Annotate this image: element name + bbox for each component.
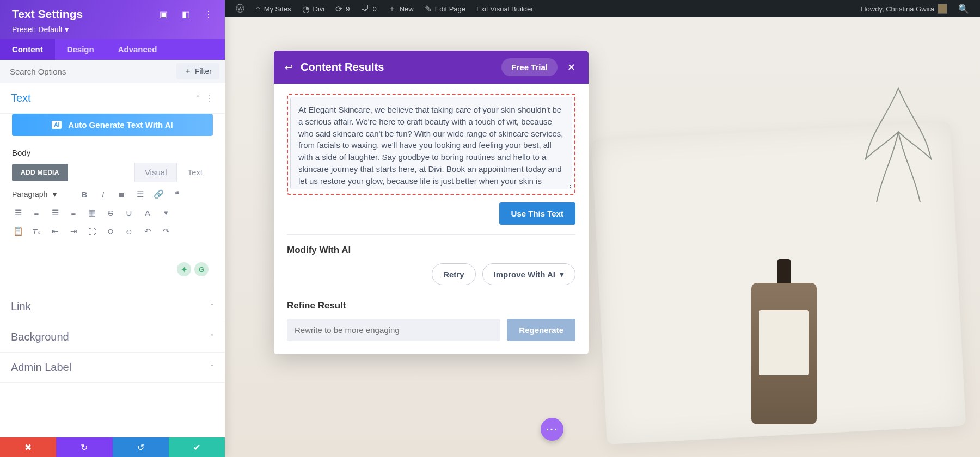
wp-admin-bar: ⓦ ⌂My Sites ◔Divi ⟳9 🗨0 ＋New ✎Edit Page … <box>225 0 980 17</box>
new-label: New <box>400 5 414 13</box>
emoji-icon[interactable]: ☺ <box>123 225 135 237</box>
improve-label: Improve With AI <box>494 270 555 279</box>
link-icon[interactable]: 🔗 <box>152 188 164 200</box>
site-name[interactable]: ◔Divi <box>297 0 330 17</box>
preset-label: Preset: <box>12 25 36 34</box>
tab-design[interactable]: Design <box>55 39 106 60</box>
section-text-head[interactable]: Text ˄ ⋮ <box>0 83 225 114</box>
section-admin-label-head[interactable]: Admin Label ˅ <box>0 353 225 383</box>
retry-button[interactable]: Retry <box>432 263 475 285</box>
plus-icon: ＋ <box>388 3 396 15</box>
fullscreen-icon[interactable]: ⛶ <box>86 225 98 237</box>
cancel-button[interactable]: ✖ <box>0 437 56 457</box>
paragraph-select[interactable]: Paragraph ▾ <box>12 190 72 199</box>
refine-input[interactable] <box>287 319 500 341</box>
ai-assist-icon[interactable]: ✦ <box>177 262 191 276</box>
table-icon[interactable]: ▦ <box>86 207 98 219</box>
modal-title: Content Results <box>301 61 494 73</box>
filter-label: Filter <box>195 67 212 76</box>
my-sites[interactable]: ⌂My Sites <box>250 0 297 17</box>
back-icon[interactable]: ↩ <box>285 61 293 73</box>
ai-icon: AI <box>52 121 62 129</box>
save-button[interactable]: ✔ <box>169 437 225 457</box>
panel-header: Text Settings ▣ ◧ ⋮ Preset: Default ▾ <box>0 0 225 39</box>
kebab-icon[interactable]: ⋮ <box>204 9 213 20</box>
refine-heading: Refine Result <box>287 300 575 311</box>
chevron-down-icon: ˅ <box>210 302 214 311</box>
updates[interactable]: ⟳9 <box>330 0 355 17</box>
add-media-button[interactable]: ADD MEDIA <box>12 164 68 181</box>
regenerate-button[interactable]: Regenerate <box>507 319 575 341</box>
section-background-title: Background <box>11 331 210 343</box>
tab-content[interactable]: Content <box>0 39 55 60</box>
auto-generate-button[interactable]: AI Auto Generate Text With AI <box>12 114 213 136</box>
chevron-down-icon: ▾ <box>65 25 69 34</box>
section-text-title: Text <box>11 92 196 104</box>
refresh-icon: ⟳ <box>335 4 342 14</box>
kebab-icon[interactable]: ⋮ <box>205 93 214 103</box>
special-char-icon[interactable]: Ω <box>105 225 117 237</box>
search[interactable]: 🔍 <box>953 0 975 17</box>
bullet-list-icon[interactable]: ≣ <box>115 188 127 200</box>
number-list-icon[interactable]: ☰ <box>134 188 146 200</box>
underline-icon[interactable]: U <box>123 207 135 219</box>
edit-page[interactable]: ✎Edit Page <box>419 0 471 17</box>
section-background-head[interactable]: Background ˅ <box>0 322 225 353</box>
filter-button[interactable]: ＋ Filter <box>176 63 219 79</box>
search-input[interactable] <box>0 60 176 83</box>
text-settings-panel: Text Settings ▣ ◧ ⋮ Preset: Default ▾ Co… <box>0 0 225 457</box>
italic-icon[interactable]: I <box>97 188 109 200</box>
paste-icon[interactable]: 📋 <box>12 225 24 237</box>
section-link-head[interactable]: Link ˅ <box>0 292 225 322</box>
modify-heading: Modify With AI <box>287 245 575 256</box>
preset-selector[interactable]: Preset: Default ▾ <box>12 25 213 34</box>
use-this-text-button[interactable]: Use This Text <box>499 202 575 225</box>
align-left-icon[interactable]: ☰ <box>12 207 24 219</box>
chevron-up-icon: ˄ <box>196 94 200 103</box>
expand-icon[interactable]: ▣ <box>160 9 168 20</box>
new-content[interactable]: ＋New <box>382 0 419 17</box>
undo-icon[interactable]: ↶ <box>142 225 154 237</box>
divi-fab[interactable]: ··· <box>541 418 564 441</box>
user-account[interactable]: Howdy, Christina Gwira <box>855 0 953 17</box>
strike-icon[interactable]: S <box>105 207 117 219</box>
undo-button[interactable]: ↻ <box>56 437 112 457</box>
comments-count: 0 <box>372 5 376 13</box>
editor-mode-tabs: Visual Text <box>134 163 213 182</box>
gauge-icon: ◔ <box>302 4 310 14</box>
auto-generate-label: Auto Generate Text With AI <box>68 120 173 129</box>
align-justify-icon[interactable]: ≡ <box>68 207 79 219</box>
bold-icon[interactable]: B <box>78 188 90 200</box>
comments[interactable]: 🗨0 <box>355 0 382 17</box>
indent-icon[interactable]: ⇥ <box>68 225 79 237</box>
text-color-icon[interactable]: A <box>142 207 154 219</box>
close-icon[interactable]: ✕ <box>565 61 578 73</box>
edit-page-label: Edit Page <box>435 5 465 13</box>
outdent-icon[interactable]: ⇤ <box>49 225 61 237</box>
redo-button[interactable]: ↺ <box>113 437 169 457</box>
generated-text[interactable] <box>290 97 572 189</box>
section-text-body: AI Auto Generate Text With AI Body ADD M… <box>0 114 225 292</box>
clear-format-icon[interactable]: Tₓ <box>30 225 42 237</box>
improve-with-ai-button[interactable]: Improve With AI ▾ <box>482 263 575 285</box>
exit-visual-builder[interactable]: Exit Visual Builder <box>471 0 539 17</box>
redo-icon[interactable]: ↷ <box>160 225 172 237</box>
align-right-icon[interactable]: ☰ <box>49 207 61 219</box>
pencil-icon: ✎ <box>425 4 432 14</box>
grammarly-icon[interactable]: G <box>194 262 209 276</box>
howdy-label: Howdy, Christina Gwira <box>861 5 934 13</box>
align-center-icon[interactable]: ≡ <box>30 207 42 219</box>
paragraph-label: Paragraph <box>12 190 47 199</box>
section-link-title: Link <box>11 300 210 313</box>
quote-icon[interactable]: ❝ <box>171 188 183 200</box>
tab-advanced[interactable]: Advanced <box>106 39 169 60</box>
wp-logo[interactable]: ⓦ <box>230 0 250 17</box>
editor-tab-visual[interactable]: Visual <box>134 163 177 182</box>
body-label: Body <box>12 148 213 157</box>
free-trial-badge[interactable]: Free Trial <box>501 58 558 76</box>
chevron-down-icon[interactable]: ▾ <box>160 207 172 219</box>
avatar <box>938 4 947 14</box>
help-icon[interactable]: ◧ <box>182 9 190 20</box>
editor-tab-text[interactable]: Text <box>177 163 213 182</box>
site-name-label: Divi <box>313 5 325 13</box>
